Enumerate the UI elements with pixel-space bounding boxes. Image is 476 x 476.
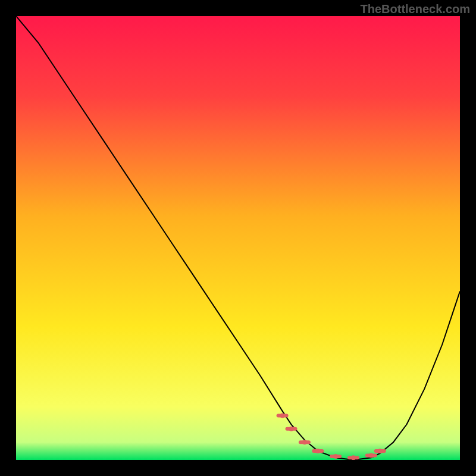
svg-point-7 bbox=[315, 449, 320, 453]
svg-point-5 bbox=[302, 440, 307, 444]
chart-svg bbox=[16, 16, 460, 460]
watermark-text: TheBottleneck.com bbox=[361, 2, 470, 16]
svg-point-11 bbox=[351, 455, 356, 460]
svg-point-9 bbox=[333, 454, 338, 459]
chart-background bbox=[16, 16, 460, 460]
chart-plot-area bbox=[16, 16, 460, 460]
svg-point-13 bbox=[369, 453, 374, 458]
svg-point-1 bbox=[280, 413, 285, 418]
svg-point-15 bbox=[378, 449, 383, 453]
svg-point-3 bbox=[289, 427, 294, 431]
